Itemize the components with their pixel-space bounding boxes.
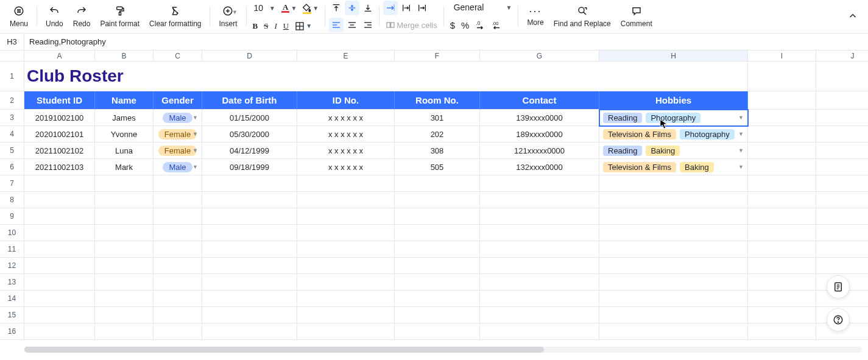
insert-button[interactable]: ▼ Insert	[214, 0, 242, 33]
halign-right-button[interactable]	[361, 18, 375, 32]
gender-cell[interactable]: Female▼	[153, 143, 202, 159]
empty-cell[interactable]	[748, 192, 816, 208]
empty-cell[interactable]	[480, 323, 599, 340]
empty-cell[interactable]	[153, 175, 202, 192]
empty-cell[interactable]	[24, 258, 95, 274]
empty-cell[interactable]	[297, 307, 395, 323]
column-header[interactable]: G	[480, 51, 599, 62]
row-header[interactable]: 11	[0, 241, 24, 258]
empty-cell[interactable]	[816, 91, 868, 110]
dropdown-caret-icon[interactable]: ▼	[192, 164, 198, 170]
empty-cell[interactable]	[480, 291, 599, 307]
empty-cell[interactable]	[395, 192, 480, 208]
text-color-button[interactable]: A ▼	[279, 1, 299, 15]
table-header-cell[interactable]: Date of Birth	[202, 91, 297, 110]
row-header[interactable]: 3	[0, 110, 24, 126]
empty-cell[interactable]	[748, 110, 816, 126]
empty-cell[interactable]	[202, 291, 297, 307]
table-header-cell[interactable]: Room No.	[395, 91, 480, 110]
cell-reference[interactable]: H3	[0, 34, 24, 50]
empty-cell[interactable]	[95, 225, 153, 241]
wrap-wrap-button[interactable]	[399, 1, 414, 15]
formula-input[interactable]: Reading,Photography	[24, 37, 868, 46]
dob-cell[interactable]: 01/15/2000	[202, 110, 297, 126]
row-header[interactable]: 5	[0, 143, 24, 159]
empty-cell[interactable]	[297, 291, 395, 307]
empty-cell[interactable]	[816, 225, 868, 241]
dropdown-caret-icon[interactable]: ▼	[192, 131, 198, 137]
row-header[interactable]: 9	[0, 208, 24, 225]
column-header[interactable]: H	[599, 51, 748, 62]
valign-top-button[interactable]	[329, 1, 344, 15]
student-id-cell[interactable]: 20201002101	[24, 126, 95, 143]
empty-cell[interactable]	[202, 192, 297, 208]
room-cell[interactable]: 301	[395, 110, 480, 126]
empty-cell[interactable]	[95, 192, 153, 208]
idno-cell[interactable]: x x x x x x	[297, 159, 395, 175]
empty-cell[interactable]	[480, 225, 599, 241]
halign-left-button[interactable]	[329, 18, 344, 32]
empty-cell[interactable]	[816, 126, 868, 143]
table-header-cell[interactable]: Name	[95, 91, 153, 110]
empty-cell[interactable]	[95, 241, 153, 258]
empty-cell[interactable]	[24, 208, 95, 225]
empty-cell[interactable]	[599, 208, 748, 225]
empty-cell[interactable]	[24, 175, 95, 192]
empty-cell[interactable]	[297, 258, 395, 274]
table-header-cell[interactable]: ID No.	[297, 91, 395, 110]
empty-cell[interactable]	[599, 307, 748, 323]
empty-cell[interactable]	[202, 241, 297, 258]
column-header[interactable]: B	[95, 51, 153, 62]
room-cell[interactable]: 202	[395, 126, 480, 143]
empty-cell[interactable]	[599, 192, 748, 208]
empty-cell[interactable]	[95, 291, 153, 307]
student-id-cell[interactable]: 20211002103	[24, 159, 95, 175]
empty-cell[interactable]	[95, 175, 153, 192]
undo-button[interactable]: Undo	[41, 0, 68, 33]
name-cell[interactable]: Yvonne	[95, 126, 153, 143]
currency-button[interactable]: $	[448, 18, 457, 33]
empty-cell[interactable]	[748, 307, 816, 323]
table-header-cell[interactable]: Student ID	[24, 91, 95, 110]
idno-cell[interactable]: x x x x x x	[297, 110, 395, 126]
empty-cell[interactable]	[816, 192, 868, 208]
idno-cell[interactable]: x x x x x x	[297, 126, 395, 143]
column-header[interactable]: A	[24, 51, 95, 62]
table-header-cell[interactable]: Hobbies	[599, 91, 748, 110]
dropdown-caret-icon[interactable]: ▼	[738, 115, 744, 121]
empty-cell[interactable]	[24, 291, 95, 307]
dob-cell[interactable]: 09/18/1999	[202, 159, 297, 175]
dropdown-caret-icon[interactable]: ▼	[738, 131, 744, 137]
column-header[interactable]: F	[395, 51, 480, 62]
comment-button[interactable]: Comment	[616, 0, 657, 33]
empty-cell[interactable]	[599, 258, 748, 274]
empty-cell[interactable]	[480, 208, 599, 225]
row-header[interactable]: 1	[0, 62, 24, 91]
empty-cell[interactable]	[748, 258, 816, 274]
empty-cell[interactable]	[395, 274, 480, 291]
empty-cell[interactable]	[297, 241, 395, 258]
row-header[interactable]: 10	[0, 225, 24, 241]
gender-cell[interactable]: Male▼	[153, 159, 202, 175]
row-header[interactable]: 4	[0, 126, 24, 143]
empty-cell[interactable]	[480, 175, 599, 192]
room-cell[interactable]: 308	[395, 143, 480, 159]
dropdown-caret-icon[interactable]: ▼	[192, 147, 198, 154]
sheet-title[interactable]: Club Roster	[24, 62, 748, 91]
select-all-corner[interactable]	[0, 51, 24, 62]
empty-cell[interactable]	[748, 159, 816, 175]
increase-decimal-button[interactable]: .00	[490, 17, 506, 33]
empty-cell[interactable]	[153, 307, 202, 323]
gender-cell[interactable]: Male▼	[153, 110, 202, 126]
student-id-cell[interactable]: 20211002102	[24, 143, 95, 159]
contact-cell[interactable]: 121xxxxx0000	[480, 143, 599, 159]
empty-cell[interactable]	[748, 291, 816, 307]
empty-cell[interactable]	[95, 274, 153, 291]
table-header-cell[interactable]: Contact	[480, 91, 599, 110]
hobbies-cell[interactable]: Television & FilmsPhotography▼	[599, 126, 748, 143]
wrap-clip-button[interactable]	[415, 1, 429, 15]
empty-cell[interactable]	[816, 175, 868, 192]
side-notes-button[interactable]	[827, 275, 850, 298]
empty-cell[interactable]	[480, 258, 599, 274]
column-header[interactable]: E	[297, 51, 395, 62]
